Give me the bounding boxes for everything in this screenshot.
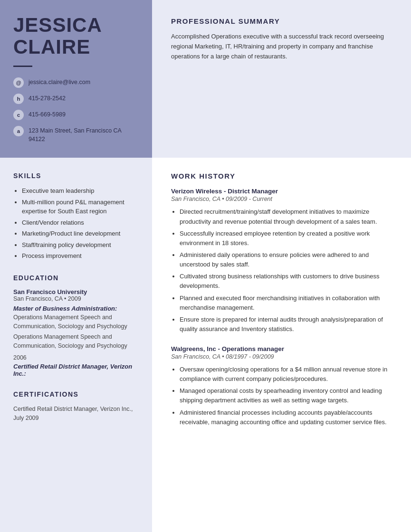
skill-item: Staff/training policy development [22,240,139,250]
top-right-panel: PROFESSIONAL SUMMARY Accomplished Operat… [152,0,411,158]
edu-location: San Francisco, CA • 2009 [13,295,139,302]
skill-item: Process improvement [22,251,139,261]
job-bullets-2: Oversaw opening/closing operations for a… [171,365,394,427]
job-bullet: Administered financial processes includi… [180,408,394,427]
skill-item: Multi-million pound P&L management exper… [22,198,139,216]
top-left-panel: JESSICA CLAIRE @ jessica.claire@live.com… [0,0,152,158]
edu-detail-2: Operations Management Speech and Communi… [13,332,139,351]
resume-container: JESSICA CLAIRE @ jessica.claire@live.com… [0,0,411,532]
summary-text: Accomplished Operations executive with a… [171,32,394,61]
edu-year: 2006 [13,354,139,361]
job-title-1: Verizon Wireless - District Manager [171,188,394,195]
cell-phone-icon: c [13,110,24,120]
job-bullet: Successfully increased employee retentio… [180,229,394,248]
bottom-left-panel: SKILLS Executive team leadership Multi-m… [0,158,152,532]
contact-email: @ jessica.claire@live.com [13,77,139,88]
edu-detail-1: Operations Management Speech and Communi… [13,313,139,331]
email-icon: @ [13,77,24,88]
job-bullets-1: Directed recruitment/training/staff deve… [171,207,394,334]
job-bullet: Oversaw opening/closing operations for a… [180,365,394,384]
address-text: 123 Main Street, San Francisco CA 94122 [29,126,139,143]
contact-home-phone: h 415-278-2542 [13,94,139,104]
job-bullet: Managed operational costs by spearheadin… [180,386,394,405]
contact-list: @ jessica.claire@live.com h 415-278-2542… [13,77,139,143]
candidate-name: JESSICA CLAIRE [13,14,139,58]
job-entry-walgreens: Walgreens, Inc - Operations manager San … [171,345,394,427]
job-bullet: Directed recruitment/training/staff deve… [180,207,394,226]
contact-address: a 123 Main Street, San Francisco CA 9412… [13,126,139,143]
education-entry: San Francisco University San Francisco, … [13,288,139,377]
job-bullet: Planned and executed floor merchandising… [180,294,394,313]
skill-item: Executive team leadership [22,186,139,196]
job-location-1: San Francisco, CA • 09/2009 - Current [171,196,394,202]
bottom-section: SKILLS Executive team leadership Multi-m… [0,158,411,532]
skill-item: Client/Vendor relations [22,218,139,228]
certifications-section: CERTIFICATIONS Certified Retail District… [13,390,139,423]
job-bullet: Cultivated strong business relationships… [180,272,394,291]
work-history-title: WORK HISTORY [171,172,394,180]
certifications-title: CERTIFICATIONS [13,390,139,398]
cell-phone-text: 415-669-5989 [29,110,66,119]
job-entry-verizon: Verizon Wireless - District Manager San … [171,188,394,334]
home-phone-icon: h [13,94,24,104]
job-bullet: Administered daily operations to ensure … [180,250,394,269]
top-section: JESSICA CLAIRE @ jessica.claire@live.com… [0,0,411,158]
job-location-2: San Francisco, CA • 08/1997 - 09/2009 [171,353,394,360]
skill-item: Marketing/Product line development [22,229,139,238]
edu-cert-entry: Certified Retail District Manager, Veriz… [13,363,139,377]
bottom-right-panel: WORK HISTORY Verizon Wireless - District… [152,158,411,532]
contact-cell-phone: c 415-669-5989 [13,110,139,120]
name-divider [13,66,32,67]
education-title: EDUCATION [13,274,139,282]
summary-title: PROFESSIONAL SUMMARY [171,17,394,25]
email-text: jessica.claire@live.com [29,77,90,87]
address-icon: a [13,126,24,136]
home-phone-text: 415-278-2542 [29,94,66,103]
edu-degree: Master of Business Administration: [13,305,139,312]
skills-list: Executive team leadership Multi-million … [13,186,139,261]
certifications-text: Certified Retail District Manager, Veriz… [13,405,139,423]
edu-school: San Francisco University [13,288,139,295]
skills-title: SKILLS [13,172,139,180]
job-bullet: Ensure store is prepared for internal au… [180,315,394,334]
job-title-2: Walgreens, Inc - Operations manager [171,345,394,352]
